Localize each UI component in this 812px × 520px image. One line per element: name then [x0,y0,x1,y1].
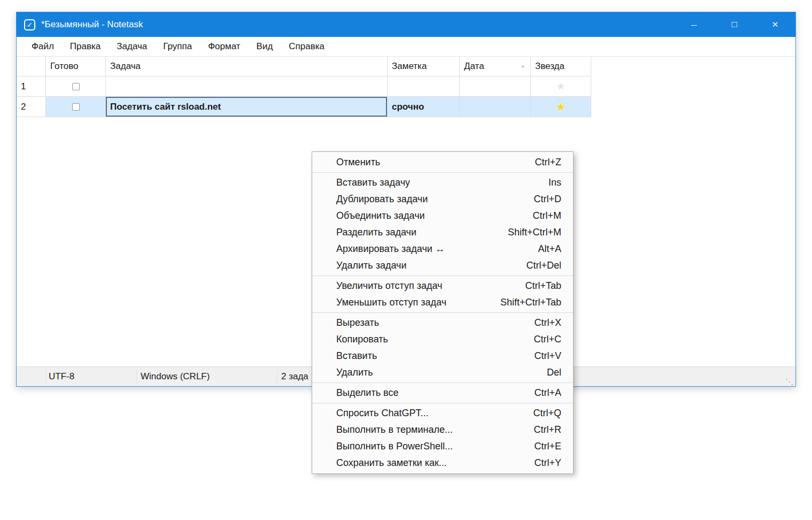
menu-item-shortcut: Del [547,367,561,378]
menu-item-shortcut: Ctrl+C [533,334,561,345]
window-title: *Безымянный - Notetask [41,19,143,30]
menu-item-shortcut: Ctrl+E [534,441,561,452]
menu-separator [312,403,573,403]
menu-item-select-all[interactable]: Выделить все Ctrl+A [312,385,573,401]
star-icon[interactable]: ★ [556,81,565,91]
statusbar-divider [136,370,137,384]
header-task[interactable]: Задача [106,57,388,77]
menu-item-label: Выполнить в терминале... [336,424,453,435]
menu-item-copy[interactable]: Копировать Ctrl+C [312,331,573,348]
note-cell[interactable]: срочно [388,97,460,117]
table-row: 1 ★ [17,77,795,97]
row-number-cell[interactable]: 2 [17,97,46,117]
menu-item-decrease-indent[interactable]: Уменьшить отступ задач Shift+Ctrl+Tab [312,294,573,311]
done-cell [46,97,106,117]
menu-item-cut[interactable]: Вырезать Ctrl+X [312,315,573,331]
menu-item-shortcut: Ctrl+R [533,424,561,435]
star-icon[interactable]: ★ [556,102,565,112]
menu-item-shortcut: Shift+Ctrl+Tab [500,297,561,308]
menu-item-label: Сохранить заметки как... [336,457,447,469]
menu-group[interactable]: Группа [155,37,200,56]
star-cell: ★ [531,97,591,117]
menu-item-shortcut: Ctrl+Del [526,260,561,271]
menu-edit[interactable]: Правка [62,37,109,56]
menu-item-shortcut: Shift+Ctrl+M [508,227,561,238]
maximize-button[interactable]: □ [714,12,755,37]
caption-buttons: ─ □ ✕ [674,12,795,37]
menubar: Файл Правка Задача Группа Формат Вид Спр… [17,37,795,57]
menu-item-delete-tasks[interactable]: Удалить задачи Ctrl+Del [312,257,573,274]
menu-view[interactable]: Вид [249,37,281,56]
menu-task[interactable]: Задача [109,37,155,56]
menu-item-run-in-terminal[interactable]: Выполнить в терминале... Ctrl+R [312,422,573,438]
check-icon: ✓ [27,21,33,29]
close-icon: ✕ [772,20,779,29]
menu-item-label: Спросить ChatGPT... [336,408,428,419]
done-checkbox[interactable] [72,83,80,90]
minimize-button[interactable]: ─ [674,12,714,37]
close-button[interactable]: ✕ [755,12,795,37]
menu-item-label: Вырезать [336,317,379,328]
menu-item-label: Выделить все [336,387,398,399]
menu-item-increase-indent[interactable]: Увеличить отступ задач Ctrl+Tab [312,278,573,294]
row-number-cell[interactable]: 1 [17,77,46,97]
menu-item-label: Вставить задачу [336,177,410,188]
menu-item-run-in-powershell[interactable]: Выполнить в PowerShell... Ctrl+E [312,438,573,455]
menu-item-duplicate-tasks[interactable]: Дублировать задачи Ctrl+D [312,191,573,208]
minimize-icon: ─ [691,20,697,29]
menu-separator [312,172,573,173]
sort-asc-icon: ▲ [520,64,525,68]
menu-item-shortcut: Ctrl+M [533,210,562,221]
menu-file[interactable]: Файл [24,37,62,56]
header-date-label: Дата [464,61,484,72]
menu-item-shortcut: Ctrl+Z [535,157,562,168]
date-cell[interactable] [460,77,531,97]
status-task-count: 2 зада [281,371,308,382]
header-done[interactable]: Готово [46,57,106,77]
menu-item-label: Вставить [336,350,377,362]
header-star[interactable]: Звезда [531,57,591,77]
date-cell[interactable] [460,97,531,117]
menu-item-shortcut: Ctrl+Q [533,408,561,419]
menu-item-label: Увеличить отступ задач [336,280,442,292]
menu-item-label: Разделить задачи [336,227,416,238]
menu-item-label: Архивировать задачи ↔ [336,243,445,255]
menu-item-insert-task[interactable]: Вставить задачу Ins [312,174,573,191]
desktop: { "window": { "title": "*Безымянный - No… [0,0,812,520]
menu-item-delete[interactable]: Удалить Del [312,364,573,381]
header-date[interactable]: Дата ▲ [460,57,531,77]
note-cell[interactable] [388,77,460,97]
menu-format[interactable]: Формат [200,37,248,56]
menu-item-merge-tasks[interactable]: Объединить задачи Ctrl+M [312,208,573,224]
menu-item-split-tasks[interactable]: Разделить задачи Shift+Ctrl+M [312,224,573,241]
titlebar[interactable]: ✓ *Безымянный - Notetask ─ □ ✕ [17,12,795,37]
menu-item-label: Дублировать задачи [336,194,428,205]
menu-item-shortcut: Ctrl+Tab [525,280,561,292]
menu-item-undo[interactable]: Отменить Ctrl+Z [312,154,573,171]
menu-item-shortcut: Ctrl+Y [534,457,561,469]
header-note[interactable]: Заметка [388,57,460,77]
app-icon: ✓ [24,19,35,30]
menu-item-archive-tasks[interactable]: Архивировать задачи ↔ Alt+A [312,241,573,257]
menu-item-paste[interactable]: Вставить Ctrl+V [312,348,573,364]
statusbar-divider [46,370,47,384]
menu-separator [312,276,573,276]
done-cell [46,77,106,97]
menu-item-save-notes-as[interactable]: Сохранить заметки как... Ctrl+Y [312,455,573,471]
edit-context-menu: Отменить Ctrl+Z Вставить задачу Ins Дубл… [312,151,574,474]
task-cell[interactable]: Посетить сайт rsload.net [106,97,388,117]
menu-item-shortcut: Ctrl+V [534,350,561,362]
task-cell[interactable] [106,77,388,97]
menu-item-ask-chatgpt[interactable]: Спросить ChatGPT... Ctrl+Q [312,405,573,422]
menu-item-label: Удалить задачи [336,260,407,271]
resize-grip[interactable]: ⋱ [785,378,794,386]
star-cell: ★ [531,77,591,97]
statusbar-divider [277,370,277,384]
status-line-endings: Windows (CRLF) [141,371,210,382]
table-row-selected: 2 Посетить сайт rsload.net срочно ★ [17,97,795,117]
table-header: Готово Задача Заметка Дата ▲ Звезда [17,57,795,77]
done-checkbox[interactable] [72,103,80,111]
menu-help[interactable]: Справка [281,37,332,56]
maximize-icon: □ [732,19,737,30]
menu-item-shortcut: Ctrl+A [534,387,561,399]
